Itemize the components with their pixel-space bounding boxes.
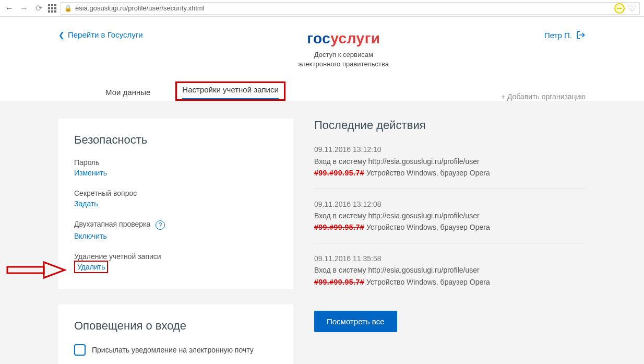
browser-chrome: ← → ⟳ 🔒 esia.gosuslugi.ru/profile/user/s… bbox=[0, 0, 644, 17]
lock-icon: 🔒 bbox=[64, 5, 72, 12]
email-notify-row: Присылать уведомление на электронную поч… bbox=[74, 344, 278, 356]
add-organization-link[interactable]: Добавить организацию bbox=[501, 92, 586, 101]
activity-item: 09.11.2016 11:35:58 Вход в систему http:… bbox=[314, 253, 586, 297]
redacted-ip: #99.#99.95.7# bbox=[314, 169, 364, 177]
two-step-enable-link[interactable]: Включить bbox=[74, 232, 107, 240]
password-block: Пароль Изменить bbox=[74, 158, 278, 178]
activity-line: Вход в систему http://esia.gosuslugi.ru/… bbox=[314, 210, 586, 221]
activity-detail: #99.#99.95.7# Устройство Windows, браузе… bbox=[314, 221, 586, 233]
svg-marker-2 bbox=[44, 262, 65, 278]
logo-part2: услуги bbox=[330, 30, 380, 46]
activity-detail: #99.#99.95.7# Устройство Windows, браузе… bbox=[314, 276, 586, 288]
email-notify-label: Присылать уведомление на электронную поч… bbox=[92, 346, 254, 354]
annotation-box-tab: Настройки учетной записи bbox=[175, 81, 285, 101]
brand: госуслуги Доступ к сервисам электронного… bbox=[143, 30, 544, 69]
delete-account-block: Удаление учетной записи Удалить bbox=[74, 252, 278, 273]
nav-forward-icon[interactable]: → bbox=[19, 3, 29, 14]
nav-back-icon[interactable]: ← bbox=[4, 3, 15, 14]
delete-account-link[interactable]: Удалить bbox=[77, 263, 105, 271]
activity-line: Вход в систему http://esia.gosuslugi.ru/… bbox=[314, 264, 586, 276]
activity-panel: Последние действия 09.11.2016 13:12:10 В… bbox=[314, 119, 586, 332]
url-text: esia.gosuslugi.ru/profile/user/security.… bbox=[75, 4, 611, 12]
url-bar[interactable]: 🔒 esia.gosuslugi.ru/profile/user/securit… bbox=[61, 2, 640, 15]
logo-part1: гос bbox=[307, 30, 330, 46]
noentry-icon[interactable] bbox=[614, 3, 625, 14]
email-notify-checkbox[interactable] bbox=[74, 344, 86, 356]
content-area: Безопасность Пароль Изменить Секретный в… bbox=[0, 101, 644, 364]
security-card: Безопасность Пароль Изменить Секретный в… bbox=[58, 119, 293, 288]
activity-date: 09.11.2016 13:12:08 bbox=[314, 198, 586, 210]
notifications-card: Оповещения о входе Присылать уведомление… bbox=[58, 304, 293, 364]
back-link-label: Перейти в Госуслуги bbox=[68, 30, 143, 39]
security-title: Безопасность bbox=[74, 133, 278, 147]
activity-detail: #99.#99.95.7# Устройство Windows, браузе… bbox=[314, 167, 586, 179]
svg-rect-1 bbox=[7, 267, 44, 273]
secret-q-label: Секретный вопрос bbox=[74, 189, 278, 197]
chevron-left-icon: ❮ bbox=[58, 31, 65, 39]
page-header: ❮ Перейти в Госуслуги госуслуги Доступ к… bbox=[58, 17, 586, 69]
delete-label: Удаление учетной записи bbox=[74, 252, 278, 261]
activity-item: 09.11.2016 13:12:08 Вход в систему http:… bbox=[314, 198, 586, 243]
view-all-button[interactable]: Посмотреть все bbox=[314, 311, 397, 332]
redacted-ip: #99.#99.95.7# bbox=[314, 223, 364, 231]
annotation-box-delete: Удалить bbox=[74, 261, 108, 273]
tagline-l2: электронного правительства bbox=[299, 60, 389, 68]
heart-icon[interactable]: ♡ bbox=[628, 3, 636, 14]
tagline: Доступ к сервисам электронного правитель… bbox=[299, 50, 389, 69]
help-icon[interactable]: ? bbox=[156, 220, 165, 230]
user-area[interactable]: Петр П. bbox=[544, 30, 586, 40]
tabs-row: Мои данные Настройки учетной записи Доба… bbox=[58, 81, 586, 101]
password-label: Пароль bbox=[74, 158, 278, 167]
activity-title: Последние действия bbox=[314, 119, 586, 132]
tagline-l1: Доступ к сервисам bbox=[314, 51, 373, 58]
activity-date: 09.11.2016 11:35:58 bbox=[314, 253, 586, 264]
two-step-block: Двухэтапная проверка ? Включить bbox=[74, 220, 278, 240]
nav-reload-icon[interactable]: ⟳ bbox=[33, 3, 44, 14]
notifications-title: Оповещения о входе bbox=[74, 319, 278, 333]
secret-question-block: Секретный вопрос Задать bbox=[74, 189, 278, 208]
tab-my-data[interactable]: Мои данные bbox=[105, 88, 150, 101]
tab-account-settings[interactable]: Настройки учетной записи bbox=[182, 85, 279, 99]
annotation-arrow bbox=[7, 262, 65, 278]
secret-q-set-link[interactable]: Задать bbox=[74, 199, 98, 208]
two-step-label: Двухэтапная проверка ? bbox=[74, 220, 278, 229]
activity-item: 09.11.2016 13:12:10 Вход в систему http:… bbox=[314, 144, 586, 189]
logo: госуслуги bbox=[307, 30, 380, 47]
activity-line: Вход в систему http://esia.gosuslugi.ru/… bbox=[314, 156, 586, 167]
back-to-gosuslugi-link[interactable]: ❮ Перейти в Госуслуги bbox=[58, 30, 143, 39]
redacted-ip: #99.#99.95.7# bbox=[314, 278, 364, 286]
apps-icon[interactable] bbox=[48, 4, 56, 13]
password-change-link[interactable]: Изменить bbox=[74, 169, 107, 177]
logout-icon[interactable] bbox=[576, 30, 586, 40]
user-name: Петр П. bbox=[544, 31, 572, 40]
activity-date: 09.11.2016 13:12:10 bbox=[314, 144, 586, 155]
